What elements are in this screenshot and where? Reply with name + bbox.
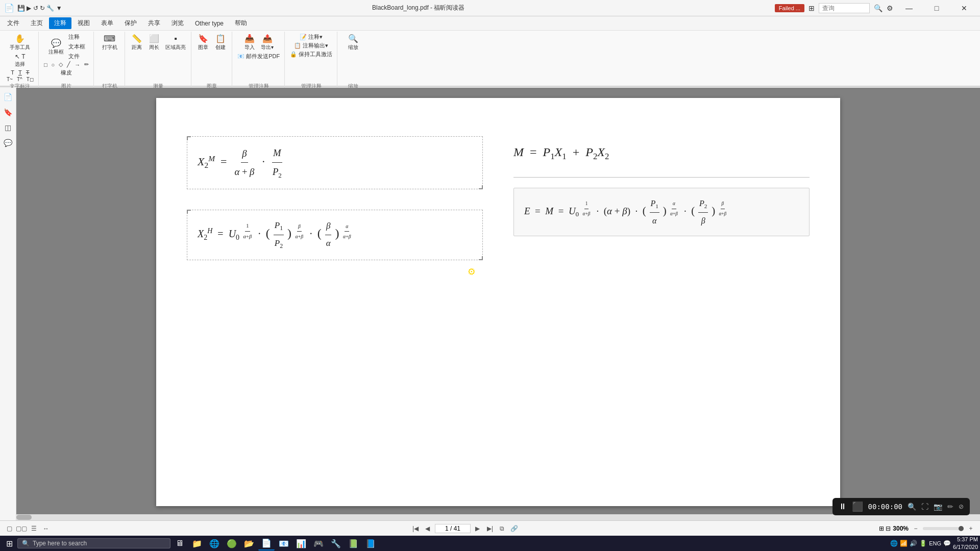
rec-close-icon[interactable]: ⊘ <box>959 503 964 510</box>
menu-protect[interactable]: 保护 <box>119 17 142 29</box>
network-icon[interactable]: 🌐 <box>890 540 898 547</box>
taskbar-app8-btn[interactable]: 🔧 <box>328 536 344 550</box>
ellipse-tool[interactable]: ○ <box>50 61 57 68</box>
diamond-tool[interactable]: ◇ <box>57 61 64 68</box>
textbox-btn[interactable]: 文本框 <box>67 42 87 51</box>
zoom-out-btn[interactable]: − <box>911 523 921 534</box>
clock-display[interactable]: 5:37 PM 6/17/2020 <box>953 536 978 551</box>
close-button[interactable]: ✕ <box>952 0 976 16</box>
import-button[interactable]: 📥 导入 <box>241 33 258 52</box>
rec-camera-icon[interactable]: 📷 <box>934 503 942 511</box>
text-tool-1[interactable]: T <box>9 69 16 76</box>
rec-expand-icon[interactable]: ⛶ <box>921 503 928 511</box>
title-search-input[interactable] <box>819 3 870 13</box>
two-page-btn[interactable]: ▢▢ <box>16 523 27 534</box>
line-tool[interactable]: ╱ <box>65 61 72 68</box>
text-tool-2[interactable]: T <box>17 69 23 76</box>
export-button[interactable]: 📤 导出▾ <box>259 33 276 52</box>
distance-button[interactable]: 📏 距离 <box>129 33 145 52</box>
sidebar-bookmarks-btn[interactable]: 🔖 <box>1 105 15 119</box>
notification-icon[interactable]: 💬 <box>943 540 951 547</box>
comment-export-btn[interactable]: 📋 注释输出▾ <box>292 41 330 50</box>
formula-e: E = M = U0 1 α+β · (α + β) · <box>524 196 799 228</box>
comment-box-button[interactable]: 💬 注释框 <box>46 37 66 57</box>
menu-file[interactable]: 文件 <box>2 17 24 29</box>
quick-access[interactable]: 💾 ▶ ↺ ↻ 🔧 ▼ <box>17 5 62 12</box>
menu-other[interactable]: Other type <box>190 18 229 29</box>
taskbar-chrome-btn[interactable]: 🟢 <box>224 536 240 550</box>
taskbar-app6-btn[interactable]: 📊 <box>293 536 309 550</box>
page-number-input[interactable] <box>435 524 471 533</box>
typewriter-button[interactable]: ⌨ 打字机 <box>100 33 119 52</box>
sidebar-layers-btn[interactable]: ◫ <box>1 120 15 135</box>
copy-btn[interactable]: ⧉ <box>497 523 507 534</box>
rec-edit-icon[interactable]: ✏ <box>947 503 953 511</box>
stamp-button[interactable]: 🔖 图章 <box>195 33 211 52</box>
text-tool-3[interactable]: T <box>24 69 31 76</box>
h-scrollbar-thumb[interactable] <box>16 515 32 520</box>
pencil-tool[interactable]: ✏ <box>83 61 90 68</box>
zoom-slider[interactable] <box>923 527 964 530</box>
settings-icon[interactable]: ⚙ <box>887 4 893 12</box>
create-button[interactable]: 📋 创建 <box>212 33 229 52</box>
single-page-btn[interactable]: ▢ <box>4 523 14 534</box>
start-button[interactable]: ⊞ <box>2 536 16 550</box>
rec-search-icon[interactable]: 🔍 <box>908 503 916 511</box>
squiggle-tool[interactable]: T~ <box>5 76 14 83</box>
scroll-btn[interactable]: ☰ <box>29 523 39 534</box>
menu-comment[interactable]: 注释 <box>49 17 71 29</box>
link-btn[interactable]: 🔗 <box>509 523 520 534</box>
annotation-btn[interactable]: 注释 <box>67 33 87 41</box>
area-button[interactable]: ▪ 区域高亮 <box>163 33 188 52</box>
zoom-toggle[interactable]: ⊞ ⊟ <box>879 525 891 532</box>
last-page-btn[interactable]: ▶| <box>485 523 495 534</box>
file-btn[interactable]: 文件 <box>67 52 87 61</box>
menu-home[interactable]: 主页 <box>26 17 48 29</box>
caret-tool[interactable]: T^ <box>15 76 24 83</box>
taskbar-explorer-btn[interactable]: 📁 <box>189 536 205 550</box>
perimeter-button[interactable]: ⬜ 周长 <box>146 33 162 52</box>
arrow-tool[interactable]: → <box>73 61 82 68</box>
battery-icon[interactable]: 🔋 <box>919 540 927 547</box>
fit-btn[interactable]: ↔ <box>41 523 51 534</box>
menu-share[interactable]: 共享 <box>143 17 165 29</box>
wifi-icon[interactable]: 📶 <box>900 540 908 547</box>
next-page-btn[interactable]: ▶ <box>473 523 483 534</box>
ime-label[interactable]: ENG <box>929 540 941 546</box>
taskbar-edge-btn[interactable]: 🌐 <box>206 536 223 550</box>
first-page-btn[interactable]: |◀ <box>410 523 421 534</box>
taskbar-word-btn[interactable]: 📘 <box>362 536 379 550</box>
task-view-btn[interactable]: 🖥 <box>172 536 188 550</box>
sidebar-comments-btn[interactable]: 💬 <box>1 136 15 150</box>
taskbar-mail-btn[interactable]: 📧 <box>276 536 292 550</box>
taskbar-pdf-btn[interactable]: 📄 <box>258 536 275 550</box>
zoom-in-btn[interactable]: + <box>966 523 976 534</box>
select-tool-button[interactable]: ↖ T 选择 <box>12 52 28 69</box>
replace-tool[interactable]: T◻ <box>25 76 35 83</box>
menu-browse[interactable]: 浏览 <box>166 17 189 29</box>
zoom-btn[interactable]: 🔍 缩放 <box>345 33 361 52</box>
taskbar-app7-btn[interactable]: 🎮 <box>310 536 327 550</box>
failed-button[interactable]: Failed ... <box>775 4 804 12</box>
menu-form[interactable]: 表单 <box>96 17 118 29</box>
taskbar-search[interactable]: 🔍 Type here to search <box>17 538 170 548</box>
menu-help[interactable]: 帮助 <box>230 17 252 29</box>
search-icon[interactable]: 🔍 <box>874 4 883 12</box>
sidebar-pages-btn[interactable]: 📄 <box>1 90 15 104</box>
taskbar-files-btn[interactable]: 📂 <box>241 536 257 550</box>
speaker-icon[interactable]: 🔊 <box>910 540 917 547</box>
keep-tool-btn[interactable]: 🔒 保持工具激活 <box>288 50 334 59</box>
rec-stop-button[interactable]: ⬛ <box>852 501 863 512</box>
rect-tool[interactable]: □ <box>42 61 49 68</box>
layout-icon[interactable]: ⊞ <box>808 4 815 12</box>
email-send-btn[interactable]: 📧 邮件发送PDF <box>236 52 281 61</box>
eraser-tool[interactable]: 橡皮 <box>59 68 74 77</box>
hand-tool-button[interactable]: ✋ 手形工具 <box>8 33 32 52</box>
rec-pause-button[interactable]: ⏸ <box>839 502 847 511</box>
menu-view[interactable]: 视图 <box>72 17 95 29</box>
taskbar-excel-btn[interactable]: 📗 <box>345 536 361 550</box>
prev-page-btn[interactable]: ◀ <box>423 523 433 534</box>
maximize-button[interactable]: □ <box>925 0 948 16</box>
comment-opt-btn[interactable]: 📝 注释▾ <box>298 33 324 41</box>
minimize-button[interactable]: — <box>897 0 921 16</box>
